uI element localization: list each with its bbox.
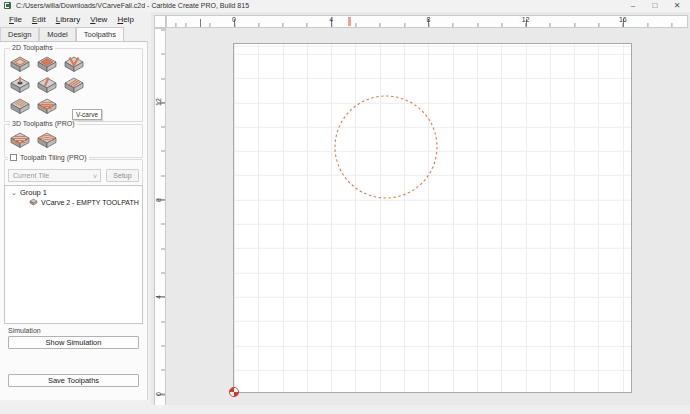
tree-collapse-icon[interactable]: ⌄ bbox=[11, 190, 17, 196]
app-icon bbox=[4, 2, 11, 9]
toolpath-crosshatch-icon[interactable] bbox=[9, 97, 31, 115]
toolpath-tiling-label: Toolpath Tiling (PRO) bbox=[20, 154, 87, 161]
h-ruler-label: 12 bbox=[517, 16, 535, 23]
3d-toolpaths-label: 3D Toolpaths (PRO) bbox=[10, 120, 77, 127]
toolpath-3d-rough-icon[interactable] bbox=[9, 131, 31, 149]
toolpath-v-carve-icon[interactable] bbox=[63, 55, 85, 73]
menu-help[interactable]: Help bbox=[112, 14, 138, 25]
minimize-button[interactable]: – bbox=[622, 0, 644, 12]
v-ruler-label: 8 bbox=[155, 192, 165, 208]
menu-edit[interactable]: Edit bbox=[27, 14, 51, 25]
toolpath-slot-icon[interactable] bbox=[36, 97, 58, 115]
close-button[interactable]: ✕ bbox=[666, 0, 688, 12]
save-toolpaths-button[interactable]: Save Toolpaths bbox=[8, 374, 139, 387]
toolpath-tiling-checkbox[interactable] bbox=[10, 154, 17, 161]
simulation-label: Simulation bbox=[8, 327, 41, 334]
title-bar: C:/Users/willa/Downloads/VCarveFail.c2d … bbox=[0, 0, 690, 12]
design-viewport[interactable] bbox=[166, 28, 688, 405]
vector-layer bbox=[234, 44, 633, 394]
2d-toolpaths-icon-grid bbox=[9, 55, 95, 115]
sidebar-tabs: DesignModelToolpaths bbox=[0, 27, 148, 41]
toolpath-tree-items: VCarve 2 - EMPTY TOOLPATH bbox=[5, 197, 142, 206]
toolpath-mini-icon bbox=[29, 198, 38, 206]
tab-toolpaths[interactable]: Toolpaths bbox=[76, 27, 124, 41]
toolpath-advanced-vcarve-icon[interactable] bbox=[36, 76, 58, 94]
stock-area[interactable] bbox=[233, 43, 632, 393]
toolpath-item-label: VCarve 2 - EMPTY TOOLPATH bbox=[41, 199, 139, 206]
toolpath-group-label: Group 1 bbox=[20, 188, 47, 197]
toolpath-tree-item[interactable]: VCarve 2 - EMPTY TOOLPATH bbox=[5, 197, 142, 206]
v-ruler-label: 4 bbox=[155, 289, 165, 305]
menu-bar: FileEditLibraryViewHelp bbox=[0, 12, 150, 27]
horizontal-ruler: 0481216 bbox=[166, 15, 688, 28]
vertical-ruler: 12840 bbox=[154, 28, 166, 414]
v-ruler-major-ticks bbox=[157, 29, 165, 414]
current-tile-select[interactable]: Current Tile ˅ bbox=[8, 169, 101, 182]
tab-model[interactable]: Model bbox=[39, 27, 75, 41]
window-title: C:/Users/willa/Downloads/VCarveFail.c2d … bbox=[16, 2, 249, 9]
v-ruler-label: 0 bbox=[155, 386, 165, 402]
toolpath-pocket-icon[interactable] bbox=[36, 55, 58, 73]
vcarve-tooltip: V-carve bbox=[72, 109, 102, 120]
canvas-region: 0481216 12840 bbox=[151, 12, 690, 405]
h-ruler-label: 8 bbox=[419, 16, 437, 23]
v-ruler-label: 12 bbox=[155, 94, 165, 110]
menu-file[interactable]: File bbox=[4, 14, 27, 25]
tab-design[interactable]: Design bbox=[0, 27, 39, 41]
tile-setup-button[interactable]: Setup bbox=[106, 169, 139, 182]
toolpath-tiling-title: Toolpath Tiling (PRO) bbox=[8, 154, 89, 161]
toolpaths-panel: 2D Toolpaths 3D Toolpaths (PRO) bbox=[0, 41, 148, 400]
show-simulation-button[interactable]: Show Simulation bbox=[8, 336, 139, 349]
toolpath-texture-icon[interactable] bbox=[63, 76, 85, 94]
cursor-position-indicator bbox=[348, 17, 351, 26]
toolpath-group-row[interactable]: ⌄ Group 1 bbox=[5, 186, 142, 197]
bottom-strip bbox=[0, 405, 690, 414]
menu-view[interactable]: View bbox=[85, 14, 112, 25]
h-ruler-label: 16 bbox=[614, 16, 632, 23]
toolpath-contour-icon[interactable] bbox=[9, 55, 31, 73]
job-origin-marker bbox=[228, 386, 240, 398]
chevron-down-icon: ˅ bbox=[93, 171, 97, 182]
toolpath-3d-finish-icon[interactable] bbox=[36, 131, 58, 149]
maximize-button[interactable]: □ bbox=[644, 0, 666, 12]
h-ruler-label: 0 bbox=[225, 16, 243, 23]
circle-vector[interactable] bbox=[335, 96, 437, 198]
window-controls: – □ ✕ bbox=[622, 0, 688, 12]
current-tile-value: Current Tile bbox=[13, 172, 49, 179]
3d-toolpaths-icon-grid bbox=[9, 131, 95, 149]
app-window: C:/Users/willa/Downloads/VCarveFail.c2d … bbox=[0, 0, 690, 414]
h-ruler-label: 4 bbox=[322, 16, 340, 23]
2d-toolpaths-label: 2D Toolpaths bbox=[10, 44, 55, 51]
3d-toolpaths-group: 3D Toolpaths (PRO) bbox=[4, 124, 143, 158]
toolpath-drill-icon[interactable] bbox=[9, 76, 31, 94]
ruler-corner bbox=[154, 15, 166, 28]
toolpath-tree: ⌄ Group 1 VCarve 2 - EMPTY TOOLPATH bbox=[4, 185, 143, 324]
menu-library[interactable]: Library bbox=[51, 14, 85, 25]
